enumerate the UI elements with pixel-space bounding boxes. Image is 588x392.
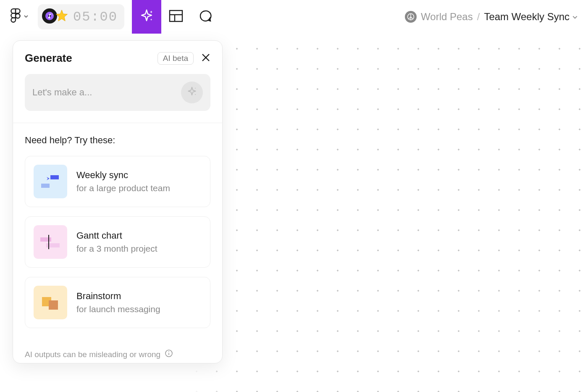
layout-grid-icon — [169, 10, 183, 24]
generate-panel: Generate AI beta — [13, 40, 223, 363]
workspace-peace-icon — [405, 11, 417, 23]
suggestion-subtitle: for launch messaging — [76, 304, 160, 314]
toolbar-left-group: 05:00 — [10, 4, 124, 29]
breadcrumb-separator: / — [477, 11, 480, 23]
svg-point-26 — [168, 351, 169, 352]
comment-icon — [199, 9, 212, 24]
ai-disclaimer: AI outputs can be misleading or wrong — [13, 349, 222, 363]
breadcrumb: World Peas / Team Weekly Sync — [405, 11, 578, 23]
suggestions-heading: Need help? Try these: — [25, 135, 210, 146]
prompt-area — [13, 74, 222, 123]
chevron-down-icon — [24, 13, 29, 21]
breadcrumb-file-label: Team Weekly Sync — [484, 11, 570, 23]
prompt-box — [25, 74, 210, 111]
toolbar-right-group: World Peas / Team Weekly Sync — [405, 11, 578, 23]
disclaimer-text: AI outputs can be misleading or wrong — [25, 350, 160, 359]
sparkle-icon — [186, 86, 198, 99]
timer-widget[interactable]: 05:00 — [38, 4, 124, 29]
svg-point-15 — [195, 94, 196, 95]
svg-rect-19 — [40, 237, 51, 242]
suggestion-subtitle: for a large product team — [76, 183, 170, 193]
svg-rect-16 — [50, 175, 59, 179]
prompt-input[interactable] — [32, 87, 181, 98]
gantt-chart-icon — [34, 225, 67, 259]
top-toolbar: 05:00 — [0, 0, 588, 34]
generate-submit-button[interactable] — [181, 82, 203, 103]
close-icon — [201, 53, 210, 64]
svg-rect-18 — [41, 184, 50, 188]
star-icon — [55, 9, 69, 25]
generate-panel-header: Generate AI beta — [13, 41, 222, 74]
suggestion-text: Weekly sync for a large product team — [76, 170, 170, 193]
close-button[interactable] — [201, 53, 210, 64]
suggestion-text: Gantt chart for a 3 month project — [76, 230, 158, 254]
ai-beta-badge: AI beta — [158, 52, 194, 65]
templates-tool[interactable] — [161, 0, 191, 34]
svg-point-14 — [195, 88, 196, 89]
brainstorm-icon — [34, 286, 67, 319]
timer-value: 05:00 — [73, 9, 118, 25]
suggestion-gantt-chart[interactable]: Gantt chart for a 3 month project — [25, 216, 210, 268]
sparkle-icon — [139, 8, 155, 26]
suggestion-title: Weekly sync — [76, 170, 170, 181]
svg-marker-17 — [47, 177, 50, 180]
figma-menu-button[interactable] — [10, 8, 29, 26]
breadcrumb-workspace[interactable]: World Peas — [421, 11, 473, 23]
info-icon[interactable] — [165, 349, 173, 360]
suggestion-title: Brainstorm — [76, 291, 160, 302]
svg-point-0 — [16, 14, 20, 18]
generate-panel-title: Generate — [25, 52, 72, 65]
comments-tool[interactable] — [191, 0, 220, 34]
suggestion-title: Gantt chart — [76, 230, 158, 241]
suggestion-brainstorm[interactable]: Brainstorm for launch messaging — [25, 277, 210, 328]
svg-point-4 — [48, 17, 50, 18]
svg-rect-5 — [170, 11, 182, 21]
svg-rect-23 — [49, 300, 58, 310]
suggestion-subtitle: for a 3 month project — [76, 244, 158, 254]
suggestion-text: Brainstorm for launch messaging — [76, 291, 160, 314]
figma-logo-icon — [10, 8, 21, 26]
chevron-down-icon — [572, 11, 578, 23]
suggestions-section: Need help? Try these: Weekly sync for a … — [13, 123, 222, 349]
suggestion-weekly-sync[interactable]: Weekly sync for a large product team — [25, 156, 210, 207]
breadcrumb-file[interactable]: Team Weekly Sync — [484, 11, 578, 23]
svg-line-10 — [409, 17, 411, 19]
svg-rect-20 — [46, 243, 60, 247]
svg-line-11 — [411, 17, 413, 19]
weekly-sync-icon — [34, 165, 67, 198]
ai-generate-tool[interactable] — [132, 0, 161, 34]
